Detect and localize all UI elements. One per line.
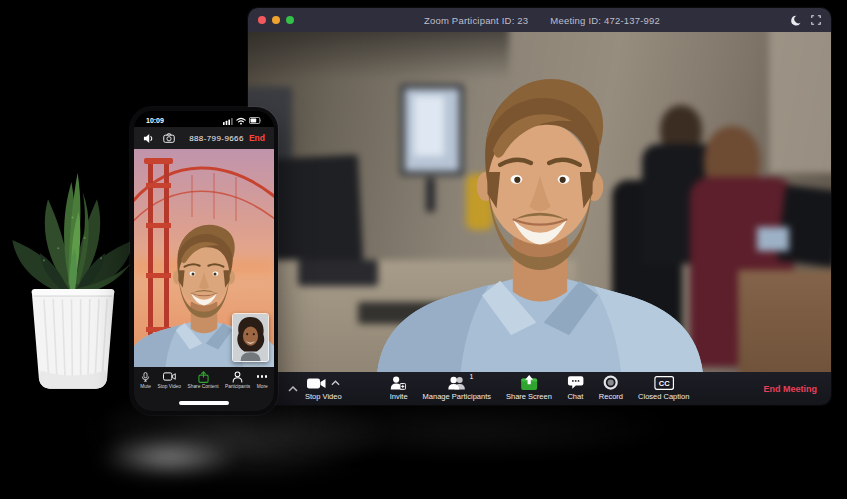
self-view-woman: [233, 314, 268, 361]
participant-id-label: Zoom Participant ID: 23: [424, 15, 528, 26]
toolbar-center-group: Invite 1 Manage Participants: [390, 375, 690, 401]
manage-participants-button[interactable]: 1 Manage Participants: [423, 375, 491, 401]
chat-label: Chat: [567, 392, 583, 401]
record-icon: [603, 375, 618, 390]
speaker-video-man: [359, 67, 721, 372]
maximize-window-button[interactable]: [286, 16, 294, 24]
battery-icon: [249, 117, 262, 124]
more-dots-icon: [257, 371, 268, 382]
phone-home-area: [134, 395, 274, 411]
stop-video-label: Stop Video: [305, 392, 342, 401]
phone-participants-button[interactable]: Participants: [225, 371, 250, 389]
potted-plant: [8, 136, 138, 396]
phone-statusbar: 10:09: [134, 111, 274, 127]
main-video-feed: [248, 32, 831, 372]
record-label: Record: [599, 392, 623, 401]
mute-options-chevron-icon[interactable]: [288, 386, 298, 392]
invite-label: Invite: [390, 392, 408, 401]
wifi-icon: [236, 117, 246, 125]
speaker-icon[interactable]: [143, 133, 154, 144]
participants-icon: [448, 376, 465, 390]
plant-leaves: [12, 173, 133, 297]
minimize-window-button[interactable]: [272, 16, 280, 24]
moon-icon[interactable]: [790, 15, 801, 26]
end-meeting-button[interactable]: End Meeting: [764, 384, 818, 394]
mute-label: Mute: [140, 384, 151, 389]
share-screen-button[interactable]: Share Screen: [506, 375, 552, 401]
end-call-button[interactable]: End: [249, 133, 265, 143]
status-time: 10:09: [146, 117, 164, 124]
titlebar-actions: [790, 15, 821, 26]
more-label: More: [257, 384, 268, 389]
flip-camera-icon[interactable]: [163, 133, 175, 143]
share-screen-label: Share Screen: [506, 392, 552, 401]
phone-mockup: 10:09: [130, 107, 278, 415]
close-window-button[interactable]: [258, 16, 266, 24]
meeting-id-label: Meeting ID: 472-137-992: [550, 15, 660, 26]
closed-caption-icon: CC: [654, 376, 674, 390]
record-button[interactable]: Record: [599, 375, 623, 401]
more-button[interactable]: More: [257, 371, 268, 389]
video-camera-icon: [307, 377, 326, 390]
fullscreen-icon[interactable]: [811, 15, 821, 25]
participants-count-badge: 1: [469, 373, 473, 380]
call-phone-number: 888-799-9666: [184, 134, 249, 143]
video-options-chevron-icon[interactable]: [331, 380, 340, 386]
share-content-icon: [198, 371, 209, 383]
phone-callbar: 888-799-9666 End: [134, 127, 274, 149]
mic-icon: [141, 371, 150, 383]
closed-caption-button[interactable]: CC Closed Caption: [638, 375, 689, 401]
stage: Zoom Participant ID: 23 Meeting ID: 472-…: [0, 0, 847, 499]
self-view-pip[interactable]: [232, 313, 269, 362]
zoom-desktop-window: Zoom Participant ID: 23 Meeting ID: 472-…: [248, 8, 831, 405]
phone-participants-icon: [232, 371, 243, 383]
phone-stop-video-label: Stop Video: [158, 384, 181, 389]
meeting-toolbar: Stop Video Invite: [248, 372, 831, 405]
floor-highlight-shadow: [98, 438, 238, 476]
home-indicator[interactable]: [179, 401, 229, 405]
traffic-lights: [258, 16, 294, 24]
toolbar-left-group: Stop Video: [288, 372, 342, 405]
share-screen-icon: [520, 375, 538, 390]
phone-video-feed: [134, 149, 274, 367]
phone-screen: 10:09: [134, 111, 274, 411]
phone-toolbar: Mute Stop Video: [134, 367, 274, 395]
invite-person-icon: [391, 376, 407, 390]
phone-participants-label: Participants: [225, 384, 250, 389]
stop-video-button[interactable]: Stop Video: [305, 377, 342, 401]
mute-button[interactable]: Mute: [140, 371, 151, 389]
invite-button[interactable]: Invite: [390, 375, 408, 401]
right-desk: [738, 270, 831, 372]
manage-participants-label: Manage Participants: [423, 392, 491, 401]
window-title: Zoom Participant ID: 23 Meeting ID: 472-…: [294, 15, 790, 26]
cell-signal-icon: [223, 117, 233, 125]
share-content-label: Share Content: [188, 384, 219, 389]
cc-icon-text: CC: [658, 379, 669, 388]
chat-button[interactable]: Chat: [567, 375, 584, 401]
window-titlebar: Zoom Participant ID: 23 Meeting ID: 472-…: [248, 8, 831, 32]
phone-video-camera-icon: [163, 372, 176, 381]
chat-bubble-icon: [567, 375, 584, 390]
closed-caption-label: Closed Caption: [638, 392, 689, 401]
phone-stop-video-button[interactable]: Stop Video: [158, 371, 181, 389]
share-content-button[interactable]: Share Content: [188, 371, 219, 389]
plant-pot: [32, 289, 115, 389]
